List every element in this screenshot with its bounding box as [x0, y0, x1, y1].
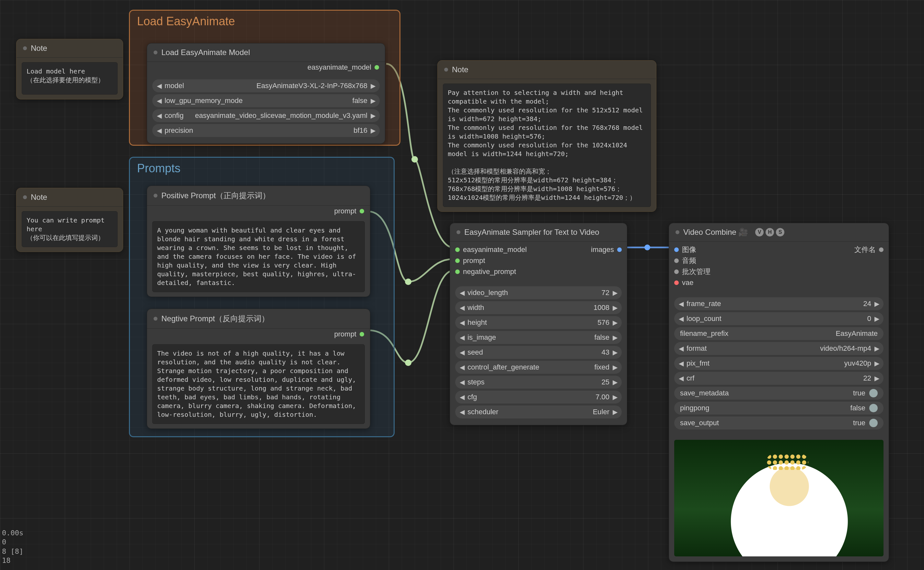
svg-point-3: [645, 245, 650, 250]
note-title: Note: [31, 193, 47, 202]
output-filename[interactable]: 文件名: [854, 245, 884, 254]
chevron-right-icon[interactable]: ▶: [873, 374, 880, 382]
note-node-resolution[interactable]: Note Pay attention to selecting a width …: [437, 60, 656, 212]
note-node-load[interactable]: Note Load model here （在此选择要使用的模型）: [16, 39, 123, 100]
input-批次管理[interactable]: 批次管理: [674, 267, 711, 277]
chevron-left-icon[interactable]: ◀: [155, 127, 163, 135]
positive-prompt-text[interactable]: A young woman with beautiful and clear e…: [152, 221, 365, 292]
param-scheduler[interactable]: ◀ scheduler Euler ▶: [455, 406, 622, 418]
video-combine-node[interactable]: Video Combine 🎥 VHS 图像文件名 音频 批次管理 vae ◀ …: [669, 223, 889, 562]
chevron-left-icon[interactable]: ◀: [155, 97, 163, 104]
chevron-right-icon[interactable]: ▶: [611, 348, 619, 356]
chevron-right-icon[interactable]: ▶: [873, 345, 880, 352]
param-video_length[interactable]: ◀ video_length 72 ▶: [455, 286, 622, 299]
param-filename_prefix[interactable]: filename_prefix EasyAnimate: [674, 327, 884, 340]
toggle-icon[interactable]: [869, 404, 878, 412]
chevron-left-icon[interactable]: ◀: [677, 374, 685, 382]
input-音频[interactable]: 音频: [674, 256, 696, 265]
chevron-right-icon[interactable]: ▶: [611, 304, 619, 311]
note-node-prompt[interactable]: Note You can write prompt here （你可以在此填写提…: [16, 188, 123, 252]
chevron-right-icon[interactable]: ▶: [369, 82, 376, 90]
negative-prompt-node[interactable]: Negtive Prompt（反向提示词） prompt The video i…: [147, 309, 370, 429]
node-title: Video Combine 🎥: [683, 228, 748, 237]
input-图像[interactable]: 图像: [674, 245, 696, 254]
chevron-right-icon[interactable]: ▶: [611, 408, 619, 416]
group-load-easyanimate[interactable]: Load EasyAnimate Load EasyAnimate Model …: [129, 10, 401, 146]
param-seed[interactable]: ◀ seed 43 ▶: [455, 346, 622, 359]
chevron-left-icon[interactable]: ◀: [459, 393, 465, 401]
param-save_metadata[interactable]: save_metadata true: [674, 387, 884, 400]
param-low_gpu_memory_mode[interactable]: ◀ low_gpu_memory_mode false ▶: [152, 94, 380, 107]
chevron-right-icon[interactable]: ▶: [873, 360, 880, 367]
video-preview: [674, 440, 884, 556]
param-cfg[interactable]: ◀ cfg 7.00 ▶: [455, 391, 622, 403]
param-crf[interactable]: ◀ crf 22 ▶: [674, 372, 884, 385]
output-easyanimate-model[interactable]: easyanimate_model: [307, 63, 379, 72]
param-pix_fmt[interactable]: ◀ pix_fmt yuv420p ▶: [674, 357, 884, 370]
chevron-left-icon[interactable]: ◀: [155, 82, 163, 90]
positive-prompt-node[interactable]: Positive Prompt（正向提示词） prompt A young wo…: [147, 185, 370, 297]
chevron-right-icon[interactable]: ▶: [611, 334, 619, 341]
chevron-left-icon[interactable]: ◀: [677, 315, 685, 323]
note-title: Note: [31, 44, 47, 53]
param-precision[interactable]: ◀ precision bf16 ▶: [152, 124, 380, 137]
chevron-left-icon[interactable]: ◀: [459, 289, 465, 297]
chevron-right-icon[interactable]: ▶: [611, 363, 619, 371]
chevron-left-icon[interactable]: ◀: [155, 112, 163, 120]
chevron-right-icon[interactable]: ▶: [369, 112, 376, 120]
chevron-right-icon[interactable]: ▶: [611, 393, 619, 401]
chevron-right-icon[interactable]: ▶: [611, 319, 619, 326]
param-width[interactable]: ◀ width 1008 ▶: [455, 301, 622, 314]
chevron-left-icon[interactable]: ◀: [459, 319, 465, 326]
sampler-node[interactable]: EasyAnimate Sampler for Text to Video ea…: [450, 223, 627, 425]
chevron-left-icon[interactable]: ◀: [677, 360, 685, 367]
input-easyanimate-model[interactable]: easyanimate_model: [455, 245, 527, 254]
input-vae[interactable]: vae: [674, 279, 693, 287]
chevron-left-icon[interactable]: ◀: [459, 363, 465, 371]
output-images[interactable]: images: [591, 245, 622, 254]
param-loop_count[interactable]: ◀ loop_count 0 ▶: [674, 312, 884, 325]
vhs-badge: VHS: [755, 228, 784, 236]
param-model[interactable]: ◀ model EasyAnimateV3-XL-2-InP-768x768 ▶: [152, 79, 380, 92]
note-text[interactable]: Pay attention to selecting a width and h…: [443, 84, 651, 207]
group-title: Load EasyAnimate: [130, 11, 399, 32]
param-frame_rate[interactable]: ◀ frame_rate 24 ▶: [674, 297, 884, 310]
param-format[interactable]: ◀ format video/h264-mp4 ▶: [674, 342, 884, 355]
param-height[interactable]: ◀ height 576 ▶: [455, 316, 622, 329]
param-save_output[interactable]: save_output true: [674, 417, 884, 429]
svg-point-1: [405, 279, 411, 285]
input-negative-prompt[interactable]: negative_prompt: [455, 268, 516, 276]
chevron-left-icon[interactable]: ◀: [459, 408, 465, 416]
group-prompts[interactable]: Prompts Positive Prompt（正向提示词） prompt A …: [129, 157, 394, 437]
chevron-left-icon[interactable]: ◀: [459, 334, 465, 341]
chevron-left-icon[interactable]: ◀: [459, 348, 465, 356]
node-title: EasyAnimate Sampler for Text to Video: [464, 228, 599, 237]
toggle-icon[interactable]: [869, 389, 878, 397]
input-prompt[interactable]: prompt: [455, 256, 485, 265]
param-pingpong[interactable]: pingpong false: [674, 401, 884, 415]
chevron-right-icon[interactable]: ▶: [611, 289, 619, 297]
status-stats: 0.00s 0 8 [8] 18: [2, 529, 23, 565]
note-text[interactable]: Load model here （在此选择要使用的模型）: [22, 62, 118, 95]
param-control_after_generate[interactable]: ◀ control_after_generate fixed ▶: [455, 361, 622, 374]
chevron-right-icon[interactable]: ▶: [873, 315, 880, 323]
param-steps[interactable]: ◀ steps 25 ▶: [455, 376, 622, 389]
note-text[interactable]: You can write prompt here （你可以在此填写提示词）: [22, 211, 118, 247]
node-title: Negtive Prompt（反向提示词）: [161, 314, 269, 324]
output-prompt[interactable]: prompt: [335, 330, 364, 339]
chevron-right-icon[interactable]: ▶: [873, 300, 880, 308]
chevron-right-icon[interactable]: ▶: [369, 97, 376, 104]
param-config[interactable]: ◀ config easyanimate_video_slicevae_moti…: [152, 109, 380, 122]
load-easyanimate-node[interactable]: Load EasyAnimate Model easyanimate_model…: [147, 43, 385, 144]
chevron-left-icon[interactable]: ◀: [677, 345, 685, 352]
toggle-icon[interactable]: [869, 419, 878, 427]
negative-prompt-text[interactable]: The video is not of a high quality, it h…: [152, 344, 365, 424]
chevron-left-icon[interactable]: ◀: [677, 300, 685, 308]
note-title: Note: [452, 65, 468, 74]
param-is_image[interactable]: ◀ is_image false ▶: [455, 331, 622, 344]
chevron-left-icon[interactable]: ◀: [459, 304, 465, 311]
chevron-right-icon[interactable]: ▶: [369, 127, 376, 135]
output-prompt[interactable]: prompt: [335, 207, 364, 215]
chevron-right-icon[interactable]: ▶: [611, 378, 619, 386]
chevron-left-icon[interactable]: ◀: [459, 378, 465, 386]
